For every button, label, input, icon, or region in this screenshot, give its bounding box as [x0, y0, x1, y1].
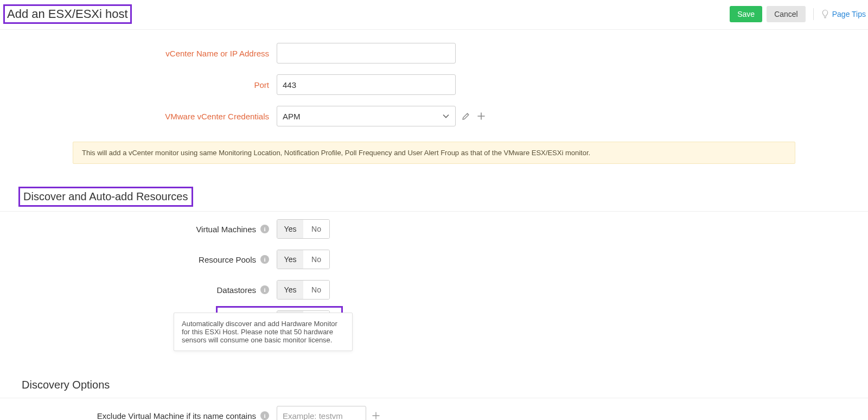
- rp-toggle-yes[interactable]: Yes: [277, 250, 303, 269]
- discover-section-title: Discover and Auto-add Resources: [18, 187, 193, 207]
- vm-toggle-no[interactable]: No: [303, 220, 329, 238]
- port-label: Port: [254, 80, 269, 90]
- credentials-select[interactable]: APM: [277, 106, 456, 126]
- vcenter-name-label: vCenter Name or IP Address: [165, 49, 269, 58]
- hardware-tooltip: Automatically discover and add Hardware …: [174, 313, 353, 351]
- rp-toggle[interactable]: Yes No: [277, 250, 330, 269]
- ds-toggle[interactable]: Yes No: [277, 280, 330, 300]
- connection-form: vCenter Name or IP Address Port VMware v…: [0, 30, 868, 132]
- add-exclude-vm-icon[interactable]: [372, 411, 380, 420]
- rp-label: Resource Pools: [199, 255, 256, 264]
- discovery-options: Exclude Virtual Machine if its name cont…: [0, 400, 868, 420]
- info-icon[interactable]: i: [260, 255, 269, 264]
- exclude-vm-input[interactable]: [277, 406, 366, 420]
- info-banner: This will add a vCenter monitor using sa…: [73, 142, 795, 164]
- ds-toggle-yes[interactable]: Yes: [277, 281, 303, 299]
- page-header: Add an ESX/ESXi host Save Cancel Page Ti…: [0, 0, 868, 30]
- credentials-selected: APM: [283, 112, 301, 121]
- bulb-icon: [821, 9, 829, 19]
- discovery-options-title: Discovery Options: [18, 377, 113, 393]
- vcenter-name-input[interactable]: [277, 43, 456, 63]
- discover-toggles: Virtual Machines i Yes No Resource Pools…: [0, 214, 868, 335]
- add-icon[interactable]: [476, 111, 486, 121]
- ds-toggle-no[interactable]: No: [303, 281, 329, 299]
- page-tips-link[interactable]: Page Tips: [821, 9, 866, 19]
- info-icon[interactable]: i: [260, 411, 269, 420]
- ds-label: Datastores: [216, 285, 256, 295]
- info-icon[interactable]: i: [260, 285, 269, 294]
- page-tips-label: Page Tips: [832, 10, 866, 18]
- discovery-options-section: Discovery Options: [0, 372, 868, 398]
- credentials-label: VMware vCenter Credentials: [165, 112, 269, 121]
- edit-icon[interactable]: [461, 111, 471, 121]
- exclude-vm-label: Exclude Virtual Machine if its name cont…: [97, 411, 256, 421]
- vm-label: Virtual Machines: [196, 225, 256, 234]
- vm-toggle-yes[interactable]: Yes: [277, 220, 303, 238]
- page-title: Add an ESX/ESXi host: [3, 4, 132, 24]
- rp-toggle-no[interactable]: No: [303, 250, 329, 269]
- header-actions: Save Cancel Page Tips: [730, 6, 866, 22]
- discover-section: Discover and Auto-add Resources: [0, 187, 868, 212]
- save-button[interactable]: Save: [730, 6, 762, 22]
- info-icon[interactable]: i: [260, 225, 269, 233]
- port-input[interactable]: [277, 74, 456, 95]
- separator: [813, 8, 814, 20]
- vm-toggle[interactable]: Yes No: [277, 219, 330, 239]
- cancel-button[interactable]: Cancel: [767, 6, 806, 22]
